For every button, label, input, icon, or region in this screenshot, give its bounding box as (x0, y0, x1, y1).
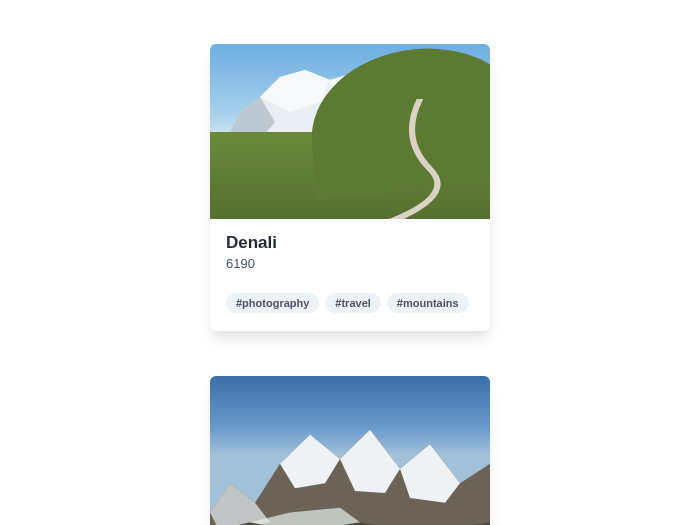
card-image (210, 44, 490, 219)
card-container: Denali 6190 #photography #travel #mounta… (210, 0, 490, 525)
card-body: Denali 6190 #photography #travel #mounta… (210, 219, 490, 331)
tags-row: #photography #travel #mountains (226, 293, 474, 313)
card-wasatch[interactable]: Wasatch Mountains (210, 376, 490, 525)
tag-travel[interactable]: #travel (325, 293, 380, 313)
card-title: Denali (226, 233, 474, 253)
tag-photography[interactable]: #photography (226, 293, 319, 313)
tag-mountains[interactable]: #mountains (387, 293, 469, 313)
svg-marker-8 (400, 444, 460, 503)
card-image (210, 376, 490, 525)
card-denali[interactable]: Denali 6190 #photography #travel #mounta… (210, 44, 490, 331)
card-value: 6190 (226, 256, 474, 271)
